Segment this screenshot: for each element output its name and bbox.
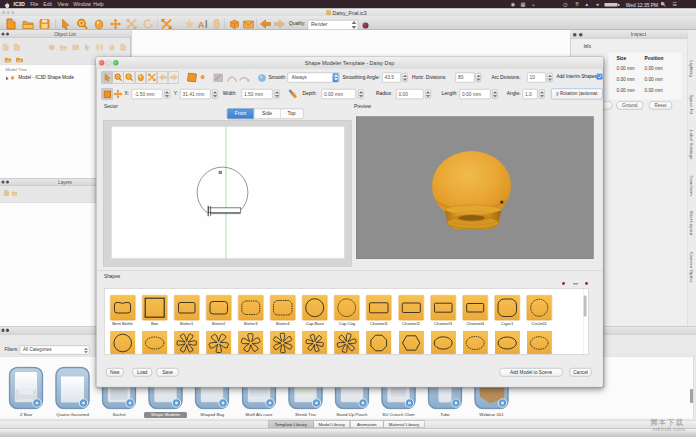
svg-text:A: A xyxy=(198,19,205,29)
